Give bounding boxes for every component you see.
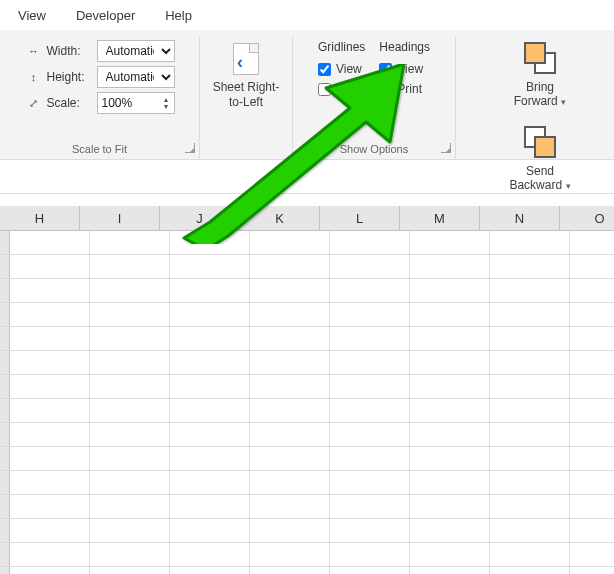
cell[interactable] <box>90 567 170 574</box>
cell[interactable] <box>410 543 490 566</box>
cell[interactable] <box>10 303 90 326</box>
cell[interactable] <box>10 471 90 494</box>
cell[interactable] <box>10 231 90 254</box>
cell[interactable] <box>90 423 170 446</box>
gridlines-print-checkbox[interactable] <box>318 83 331 96</box>
cell[interactable] <box>330 543 410 566</box>
cell[interactable] <box>570 303 614 326</box>
cell[interactable] <box>570 495 614 518</box>
row-header[interactable] <box>0 519 10 542</box>
cell[interactable] <box>10 351 90 374</box>
headings-print-checkbox[interactable] <box>379 83 392 96</box>
cell[interactable] <box>90 231 170 254</box>
send-backward-button[interactable]: Send Backward ▾ <box>509 124 570 192</box>
cell[interactable] <box>90 543 170 566</box>
cell[interactable] <box>250 543 330 566</box>
cell[interactable] <box>570 327 614 350</box>
sheet-rtl-button[interactable]: ‹ Sheet Right- to-Left <box>213 40 280 110</box>
cell[interactable] <box>90 519 170 542</box>
cell[interactable] <box>490 279 570 302</box>
cell[interactable] <box>570 375 614 398</box>
cell[interactable] <box>490 255 570 278</box>
cell[interactable] <box>90 375 170 398</box>
cell[interactable] <box>10 399 90 422</box>
cell[interactable] <box>170 255 250 278</box>
cell[interactable] <box>410 399 490 422</box>
cell[interactable] <box>410 495 490 518</box>
cell[interactable] <box>170 447 250 470</box>
cell[interactable] <box>330 471 410 494</box>
cell[interactable] <box>410 375 490 398</box>
column-header[interactable]: O <box>560 206 614 230</box>
cell[interactable] <box>90 471 170 494</box>
cell[interactable] <box>410 423 490 446</box>
column-header[interactable]: M <box>400 206 480 230</box>
column-header[interactable]: H <box>0 206 80 230</box>
row-header[interactable] <box>0 399 10 422</box>
cell[interactable] <box>330 519 410 542</box>
cell[interactable] <box>490 519 570 542</box>
menu-developer[interactable]: Developer <box>62 4 149 27</box>
cell[interactable] <box>90 351 170 374</box>
cell[interactable] <box>410 351 490 374</box>
cell[interactable] <box>490 375 570 398</box>
row-header[interactable] <box>0 375 10 398</box>
row-header[interactable] <box>0 495 10 518</box>
row-header[interactable] <box>0 471 10 494</box>
scale-dialog-launcher[interactable] <box>185 143 195 153</box>
cell[interactable] <box>490 327 570 350</box>
column-header[interactable]: L <box>320 206 400 230</box>
cell[interactable] <box>330 399 410 422</box>
cell[interactable] <box>170 399 250 422</box>
cell[interactable] <box>330 567 410 574</box>
gridlines-view-checkbox[interactable] <box>318 63 331 76</box>
cell[interactable] <box>330 303 410 326</box>
cell[interactable] <box>490 567 570 574</box>
headings-print-row[interactable]: Print <box>379 82 422 96</box>
cell[interactable] <box>250 279 330 302</box>
cell[interactable] <box>250 327 330 350</box>
cell[interactable] <box>250 495 330 518</box>
cell[interactable] <box>410 255 490 278</box>
cell[interactable] <box>10 423 90 446</box>
cell[interactable] <box>250 471 330 494</box>
cell[interactable] <box>170 231 250 254</box>
cell[interactable] <box>570 399 614 422</box>
cell[interactable] <box>570 351 614 374</box>
cell[interactable] <box>570 255 614 278</box>
cell[interactable] <box>10 543 90 566</box>
cell[interactable] <box>170 279 250 302</box>
cell[interactable] <box>250 519 330 542</box>
gridlines-view-row[interactable]: View <box>318 62 362 76</box>
menu-view[interactable]: View <box>4 4 60 27</box>
cell[interactable] <box>570 543 614 566</box>
cell[interactable] <box>250 567 330 574</box>
cell[interactable] <box>90 495 170 518</box>
cell[interactable] <box>250 447 330 470</box>
cell[interactable] <box>170 519 250 542</box>
row-header[interactable] <box>0 303 10 326</box>
cell[interactable] <box>250 351 330 374</box>
cell[interactable] <box>90 279 170 302</box>
cell[interactable] <box>330 255 410 278</box>
row-header[interactable] <box>0 447 10 470</box>
cell[interactable] <box>330 279 410 302</box>
cell[interactable] <box>170 351 250 374</box>
cell[interactable] <box>330 447 410 470</box>
cell[interactable] <box>170 423 250 446</box>
cell[interactable] <box>570 471 614 494</box>
row-header[interactable] <box>0 543 10 566</box>
cell[interactable] <box>250 255 330 278</box>
cell[interactable] <box>90 399 170 422</box>
cell[interactable] <box>410 327 490 350</box>
cell[interactable] <box>170 495 250 518</box>
cell[interactable] <box>410 303 490 326</box>
cell[interactable] <box>410 519 490 542</box>
cell[interactable] <box>570 231 614 254</box>
menu-help[interactable]: Help <box>151 4 206 27</box>
cell[interactable] <box>410 567 490 574</box>
cell[interactable] <box>10 279 90 302</box>
headings-view-checkbox[interactable] <box>379 63 392 76</box>
cell[interactable] <box>90 447 170 470</box>
cell[interactable] <box>330 375 410 398</box>
